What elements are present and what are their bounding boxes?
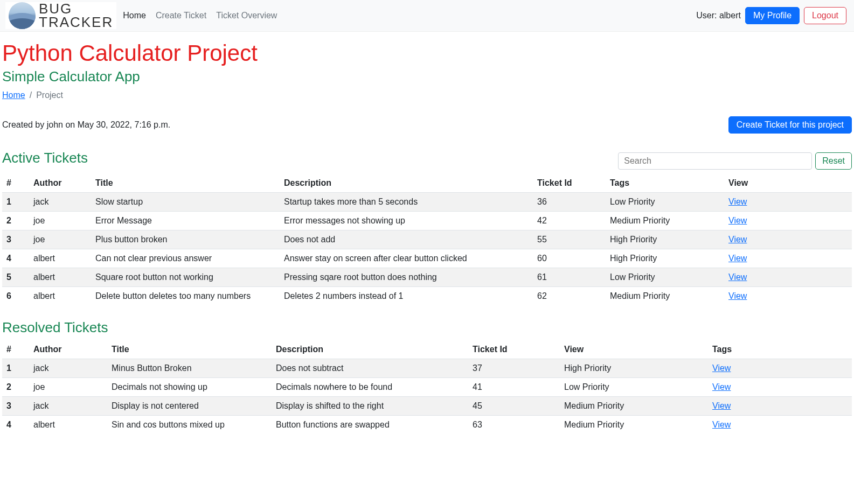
view-link[interactable]: View	[728, 216, 747, 225]
project-subtitle: Simple Calculator App	[2, 68, 852, 85]
active-heading: Active Tickets	[2, 150, 88, 166]
view-link[interactable]: View	[728, 254, 747, 263]
table-row: 2joeError MessageError messages not show…	[2, 212, 852, 230]
cell-title: Square root button not working	[91, 268, 280, 287]
active-section-head: Active Tickets Reset	[2, 150, 852, 170]
create-ticket-button[interactable]: Create Ticket for this project	[728, 116, 852, 134]
nav-right: User: albert My Profile Logout	[696, 7, 846, 24]
cell-desc: Does not subtract	[272, 359, 468, 378]
view-link[interactable]: View	[712, 382, 731, 391]
cell-tags: View	[708, 397, 852, 416]
cell-view: View	[724, 249, 852, 268]
nav-links: Home Create Ticket Ticket Overview	[123, 11, 696, 20]
cell-author: albert	[29, 287, 91, 306]
table-row: 1jackMinus Button BrokenDoes not subtrac…	[2, 359, 852, 378]
table-row: 4albertSin and cos buttons mixed upButto…	[2, 416, 852, 435]
col-tags: Tags	[606, 174, 724, 193]
cell-title: Sin and cos buttons mixed up	[107, 416, 272, 435]
cell-num: 4	[2, 416, 29, 435]
content: Python Calculator Project Simple Calcula…	[0, 32, 854, 445]
table-row: 6albertDelete button deletes too many nu…	[2, 287, 852, 306]
cell-view: View	[724, 268, 852, 287]
breadcrumb-home[interactable]: Home	[2, 90, 25, 100]
col-tid: Ticket Id	[533, 174, 606, 193]
cell-title: Plus button broken	[91, 230, 280, 249]
cell-view: View	[724, 287, 852, 306]
search-input[interactable]	[618, 152, 812, 170]
cell-tid: 36	[533, 193, 606, 212]
reset-button[interactable]: Reset	[815, 152, 852, 170]
cell-title: Can not clear previous answer	[91, 249, 280, 268]
cell-author: jack	[29, 193, 91, 212]
view-link[interactable]: View	[728, 197, 747, 206]
cell-num: 1	[2, 193, 29, 212]
col-num: #	[2, 174, 29, 193]
view-link[interactable]: View	[712, 420, 731, 429]
cell-author: jack	[29, 359, 107, 378]
cell-view: High Priority	[560, 359, 708, 378]
cell-title: Display is not centered	[107, 397, 272, 416]
cell-desc: Answer stay on screen after clear button…	[280, 249, 533, 268]
cell-desc: Pressing sqare root button does nothing	[280, 268, 533, 287]
resolved-table: # Author Title Description Ticket Id Vie…	[2, 340, 852, 434]
table-row: 3jackDisplay is not centeredDisplay is s…	[2, 397, 852, 416]
view-link[interactable]: View	[728, 291, 747, 300]
meta-row: Created by john on May 30, 2022, 7:16 p.…	[2, 116, 852, 134]
nav-home[interactable]: Home	[123, 11, 146, 20]
cell-tid: 41	[468, 378, 560, 397]
navbar: BUG TRACKER Home Create Ticket Ticket Ov…	[0, 0, 854, 32]
cell-title: Decimals not showing up	[107, 378, 272, 397]
col-tid: Ticket Id	[468, 340, 560, 359]
cell-tags: High Priority	[606, 230, 724, 249]
logo-text: BUG TRACKER	[39, 2, 113, 29]
view-link[interactable]: View	[712, 363, 731, 373]
logout-button[interactable]: Logout	[804, 7, 846, 24]
nav-ticket-overview[interactable]: Ticket Overview	[216, 11, 277, 20]
col-title: Title	[91, 174, 280, 193]
cell-author: albert	[29, 268, 91, 287]
my-profile-button[interactable]: My Profile	[745, 7, 800, 24]
col-desc: Description	[280, 174, 533, 193]
cell-num: 3	[2, 397, 29, 416]
resolved-heading: Resolved Tickets	[2, 319, 852, 336]
table-row: 5albertSquare root button not workingPre…	[2, 268, 852, 287]
breadcrumb-sep: /	[30, 90, 32, 100]
col-title: Title	[107, 340, 272, 359]
view-link[interactable]: View	[712, 401, 731, 410]
cell-author: albert	[29, 249, 91, 268]
cell-author: joe	[29, 378, 107, 397]
cell-title: Delete button deletes too many numbers	[91, 287, 280, 306]
view-link[interactable]: View	[728, 272, 747, 282]
cell-tid: 61	[533, 268, 606, 287]
cell-view: View	[724, 193, 852, 212]
view-link[interactable]: View	[728, 235, 747, 244]
cell-title: Error Message	[91, 212, 280, 230]
cell-author: jack	[29, 397, 107, 416]
cell-tid: 37	[468, 359, 560, 378]
cell-title: Slow startup	[91, 193, 280, 212]
cell-view: Medium Priority	[560, 416, 708, 435]
cell-desc: Button functions are swapped	[272, 416, 468, 435]
cell-tags: Low Priority	[606, 268, 724, 287]
col-author: Author	[29, 340, 107, 359]
cell-num: 2	[2, 212, 29, 230]
cell-author: albert	[29, 416, 107, 435]
table-row: 3joePlus button brokenDoes not add55High…	[2, 230, 852, 249]
cell-tags: View	[708, 359, 852, 378]
cell-tid: 42	[533, 212, 606, 230]
table-row: 2joeDecimals not showing upDecimals nowh…	[2, 378, 852, 397]
cell-desc: Startup takes more than 5 seconds	[280, 193, 533, 212]
cell-tags: View	[708, 378, 852, 397]
col-view: View	[724, 174, 852, 193]
active-table: # Author Title Description Ticket Id Tag…	[2, 174, 852, 305]
cell-num: 3	[2, 230, 29, 249]
cell-num: 5	[2, 268, 29, 287]
cell-view: View	[724, 212, 852, 230]
cell-desc: Error messages not showing up	[280, 212, 533, 230]
logo[interactable]: BUG TRACKER	[5, 2, 116, 29]
table-row: 1jackSlow startupStartup takes more than…	[2, 193, 852, 212]
cell-num: 2	[2, 378, 29, 397]
nav-create-ticket[interactable]: Create Ticket	[156, 11, 206, 20]
breadcrumb: Home / Project	[2, 90, 852, 100]
cell-tags: Medium Priority	[606, 287, 724, 306]
